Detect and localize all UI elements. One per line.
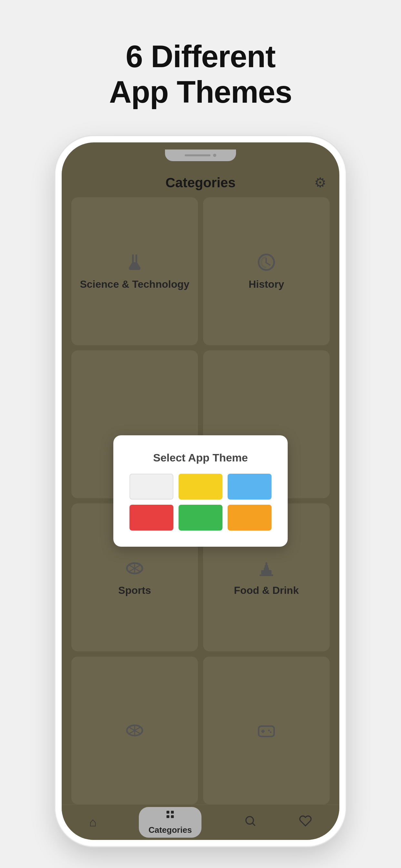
- theme-color-grid: [129, 474, 272, 531]
- theme-swatch-green[interactable]: [179, 505, 222, 531]
- theme-swatch-white[interactable]: [129, 474, 174, 500]
- phone-mockup: Categories ⚙ Science & Technology: [55, 136, 346, 846]
- theme-swatch-blue[interactable]: [227, 474, 272, 500]
- theme-modal: Select App Theme: [113, 435, 288, 547]
- hero-title: 6 Different App Themes: [109, 39, 292, 110]
- theme-swatch-red[interactable]: [129, 505, 174, 531]
- phone-shell: Categories ⚙ Science & Technology: [55, 136, 346, 846]
- theme-swatch-yellow[interactable]: [179, 474, 222, 500]
- theme-swatch-orange[interactable]: [227, 505, 272, 531]
- modal-title: Select App Theme: [153, 452, 248, 464]
- modal-overlay[interactable]: Select App Theme: [62, 143, 339, 840]
- phone-screen: Categories ⚙ Science & Technology: [62, 143, 339, 840]
